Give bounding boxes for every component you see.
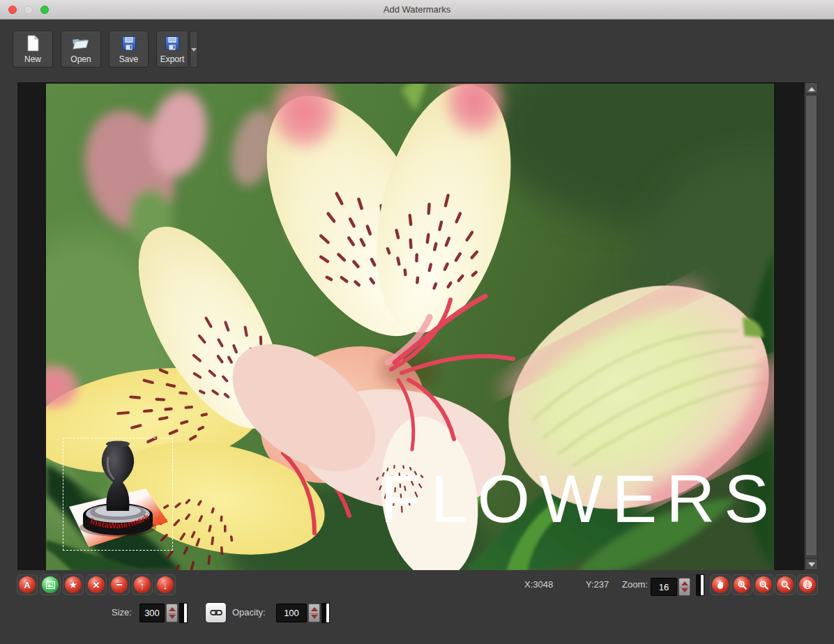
opacity-label: Opacity: xyxy=(232,607,266,618)
new-button[interactable]: New xyxy=(13,31,53,68)
scroll-down-icon xyxy=(808,562,815,567)
fit-to-screen-button[interactable] xyxy=(797,574,818,595)
text-watermark[interactable]: FLOWERS xyxy=(380,465,774,532)
pan-tool-button[interactable] xyxy=(710,574,731,595)
editor-canvas[interactable]: FLOWERS xyxy=(17,82,817,570)
scroll-down-button[interactable] xyxy=(805,558,818,570)
new-button-label: New xyxy=(13,54,52,64)
save-button-label: Save xyxy=(109,54,148,64)
scroll-up-button[interactable] xyxy=(805,82,818,94)
zoom-slider[interactable] xyxy=(696,574,704,596)
export-button-label: Export xyxy=(157,54,188,64)
app-window: Add Watermarks New Open xyxy=(0,0,834,644)
export-button[interactable]: Export xyxy=(156,31,188,68)
size-input[interactable] xyxy=(139,604,165,622)
zoom-input[interactable] xyxy=(651,578,677,596)
zoom-in-button[interactable] xyxy=(731,574,752,595)
new-document-icon xyxy=(13,34,52,52)
text-a-icon: A xyxy=(19,576,36,593)
open-button[interactable]: Open xyxy=(61,31,101,68)
move-up-button[interactable]: ↑ xyxy=(132,574,153,595)
open-folder-icon xyxy=(61,34,100,52)
zoom-selection-button[interactable] xyxy=(775,574,796,595)
opacity-stepper[interactable] xyxy=(308,604,320,622)
move-down-button[interactable]: ↓ xyxy=(155,574,176,595)
vertical-scrollbar[interactable] xyxy=(804,82,817,570)
zoom-out-button[interactable] xyxy=(753,574,774,595)
cursor-x-readout: X:3048 xyxy=(524,579,553,590)
link-button[interactable] xyxy=(205,602,227,623)
zoom-in-icon xyxy=(734,576,750,593)
minus-icon: − xyxy=(111,576,128,593)
globe-icon xyxy=(799,576,816,593)
remove-watermark-button[interactable]: − xyxy=(109,574,130,595)
zoom-label: Zoom: xyxy=(622,579,648,590)
main-toolbar: New Open xyxy=(0,20,834,82)
export-more-button[interactable] xyxy=(190,31,198,68)
size-slider[interactable] xyxy=(179,603,188,623)
magnifier-icon xyxy=(777,576,794,593)
arrow-up-icon: ↑ xyxy=(134,576,151,593)
export-floppy-icon xyxy=(157,34,188,52)
x-icon: ✕ xyxy=(88,576,105,593)
delete-watermark-button[interactable]: ✕ xyxy=(86,574,107,595)
add-text-watermark-button[interactable]: A xyxy=(17,574,38,595)
add-image-watermark-button[interactable] xyxy=(40,574,61,595)
opacity-slider[interactable] xyxy=(321,603,330,623)
photo[interactable]: FLOWERS xyxy=(46,84,774,570)
chevron-down-icon xyxy=(191,48,197,52)
add-star-watermark-button[interactable]: ★ xyxy=(63,574,84,595)
save-button[interactable]: Save xyxy=(109,31,149,68)
stamp-watermark[interactable]: InstaWatermark xyxy=(63,438,173,551)
open-button-label: Open xyxy=(61,54,100,64)
hand-icon xyxy=(712,576,729,593)
cursor-y-readout: Y:237 xyxy=(586,579,609,590)
arrow-down-icon: ↓ xyxy=(157,576,174,593)
bottom-toolbar: A ★ ✕ − ↑ ↓ X:3048 Y:237 xyxy=(0,570,834,644)
image-icon xyxy=(42,576,59,593)
stamp-icon: InstaWatermark xyxy=(63,438,172,550)
link-icon xyxy=(210,608,222,618)
scroll-up-icon xyxy=(808,87,815,91)
size-label: Size: xyxy=(112,607,132,618)
window-title: Add Watermarks xyxy=(0,0,834,20)
zoom-stepper[interactable] xyxy=(678,578,690,596)
save-floppy-icon xyxy=(109,34,148,52)
star-icon: ★ xyxy=(65,576,82,593)
zoom-out-icon xyxy=(755,576,772,593)
opacity-input[interactable] xyxy=(276,604,307,622)
titlebar: Add Watermarks xyxy=(0,0,834,20)
size-stepper[interactable] xyxy=(166,604,178,622)
scrollbar-thumb[interactable] xyxy=(805,95,817,556)
